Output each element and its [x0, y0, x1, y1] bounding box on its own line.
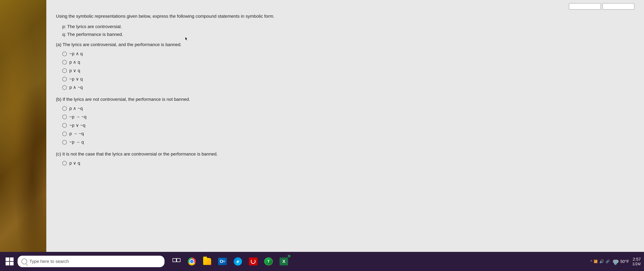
- taskbar-app-excel[interactable]: X: [277, 254, 291, 269]
- bluetooth-icon[interactable]: 🔗: [606, 260, 610, 263]
- excel-icon: X: [280, 258, 288, 266]
- option-a3[interactable]: p ∨ q: [62, 67, 634, 74]
- weather-info: 50°F: [613, 259, 629, 264]
- main-content: Using the symbolic representations given…: [46, 0, 644, 252]
- search-placeholder-text: Type here to search: [30, 259, 69, 264]
- task-view-icon: [172, 258, 180, 265]
- radio-b3[interactable]: [62, 123, 67, 128]
- taskbar-app-edge[interactable]: e: [231, 254, 245, 269]
- radio-b4[interactable]: [62, 132, 67, 136]
- expand-tray-icon[interactable]: ^: [590, 259, 592, 264]
- radio-a1[interactable]: [62, 52, 67, 56]
- windows-icon: [6, 258, 14, 266]
- option-a4-text: ~p ∨ q: [69, 76, 83, 83]
- option-a3-text: p ∨ q: [69, 67, 80, 74]
- option-b2-text: ~p → ~q: [69, 113, 86, 121]
- file-explorer-icon: [203, 258, 211, 265]
- clock-area[interactable]: 2:57 1/24/: [632, 257, 641, 266]
- option-b2[interactable]: ~p → ~q: [62, 113, 634, 121]
- desktop: Using the symbolic representations given…: [0, 0, 644, 252]
- search-icon: [22, 259, 27, 264]
- option-b1-text: p ∧ ~q: [69, 105, 83, 112]
- option-c1-text: p ∨ q: [69, 160, 80, 167]
- option-b3[interactable]: ~p ∨ ~q: [62, 122, 634, 129]
- taskbar-app-taskview[interactable]: [169, 254, 184, 269]
- sub-question-c: (c) It is not the case that the lyrics a…: [56, 151, 634, 167]
- radio-a2[interactable]: [62, 60, 67, 64]
- weather-temperature: 50°F: [620, 259, 629, 264]
- radio-a4[interactable]: [62, 77, 67, 81]
- radio-c1[interactable]: [62, 161, 67, 165]
- question-container: Using the symbolic representations given…: [56, 13, 634, 167]
- option-c1[interactable]: p ∨ q: [62, 160, 634, 167]
- start-button[interactable]: [3, 255, 16, 268]
- taskbar-apps: O M e T X: [169, 254, 291, 269]
- sub-question-a: (a) The lyrics are controversial, and th…: [56, 41, 634, 91]
- option-b3-text: ~p ∨ ~q: [69, 122, 85, 129]
- option-a4[interactable]: ~p ∨ q: [62, 76, 634, 83]
- red-app-icon: [249, 258, 258, 266]
- option-a1-text: ~p ∧ q: [69, 50, 83, 57]
- part-c-label: (c) It is not the case that the lyrics a…: [56, 151, 634, 158]
- q-definition: q: The performance is banned.: [62, 31, 634, 38]
- top-input-1[interactable]: [569, 3, 601, 9]
- question-intro: Using the symbolic representations given…: [56, 13, 634, 20]
- option-b5[interactable]: ~p → q: [62, 139, 634, 146]
- option-a2-text: p ∧ q: [69, 59, 80, 66]
- taskbar-app-files[interactable]: [200, 254, 214, 269]
- network-icon[interactable]: 📶: [594, 260, 598, 263]
- option-b4-text: p → ~q: [69, 130, 84, 137]
- part-b-label: (b) If the lyrics are not controversial,…: [56, 96, 634, 103]
- outlook-icon: O M: [218, 258, 227, 265]
- chrome-icon: [188, 258, 196, 266]
- search-bar[interactable]: Type here to search: [18, 256, 164, 267]
- radio-b2[interactable]: [62, 115, 67, 119]
- p-definition: p: The lyrics are controversial.: [62, 23, 634, 30]
- sound-icon[interactable]: 🔊: [599, 259, 604, 264]
- option-a1[interactable]: ~p ∧ q: [62, 50, 634, 57]
- radio-b5[interactable]: [62, 140, 67, 145]
- taskbar-app-outlook[interactable]: O M: [215, 254, 230, 269]
- cloud-icon: [613, 260, 618, 263]
- taskbar-app-red[interactable]: [246, 254, 260, 269]
- radio-b1[interactable]: [62, 106, 67, 111]
- tray-icons: ^ 📶 🔊 🔗: [590, 259, 610, 264]
- sub-question-b: (b) If the lyrics are not controversial,…: [56, 96, 634, 146]
- edge-icon: e: [234, 257, 242, 266]
- taskbar: Type here to search O M e: [0, 252, 644, 271]
- option-b4[interactable]: p → ~q: [62, 130, 634, 137]
- taskbar-app-chrome[interactable]: [185, 254, 199, 269]
- teams-icon: T: [264, 258, 273, 266]
- weather-icon-container: [613, 260, 618, 263]
- wallpaper: [0, 0, 46, 252]
- radio-a3[interactable]: [62, 68, 67, 73]
- option-a5-text: p ∧ ~q: [69, 84, 83, 91]
- taskbar-app-teams[interactable]: T: [261, 254, 276, 269]
- definitions: p: The lyrics are controversial. q: The …: [62, 23, 634, 38]
- clock-date: 1/24/: [632, 262, 641, 266]
- top-input-2[interactable]: [602, 3, 634, 9]
- clock-time: 2:57: [633, 257, 641, 262]
- radio-a5[interactable]: [62, 85, 67, 90]
- part-a-label: (a) The lyrics are controversial, and th…: [56, 41, 634, 48]
- top-bar: [56, 3, 634, 9]
- option-a2[interactable]: p ∧ q: [62, 59, 634, 66]
- option-a5[interactable]: p ∧ ~q: [62, 84, 634, 91]
- system-tray: ^ 📶 🔊 🔗 50°F 2:57 1/24/: [590, 252, 641, 271]
- option-b5-text: ~p → q: [69, 139, 84, 146]
- option-b1[interactable]: p ∧ ~q: [62, 105, 634, 112]
